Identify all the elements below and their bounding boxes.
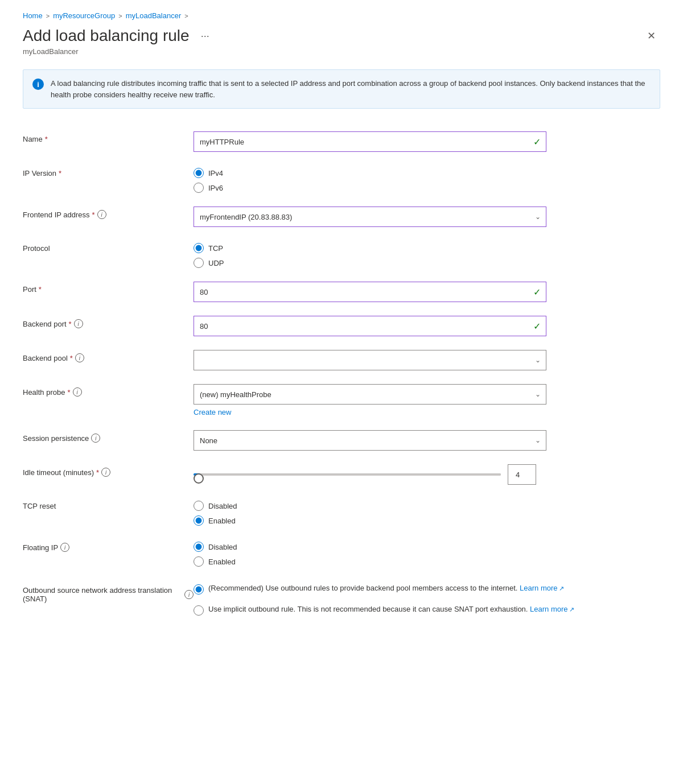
port-required: * bbox=[39, 285, 42, 294]
frontend-ip-info-icon[interactable]: i bbox=[97, 210, 106, 219]
info-icon: i bbox=[32, 79, 44, 90]
snat-recommended-learn-more[interactable]: Learn more↗ bbox=[520, 584, 563, 592]
tcp-reset-control: Disabled Enabled bbox=[194, 498, 660, 526]
idle-timeout-control bbox=[194, 464, 660, 485]
ip-version-ipv4-radio[interactable] bbox=[194, 168, 204, 178]
health-probe-dropdown: (new) myHealthProbe ⌄ bbox=[194, 384, 546, 405]
protocol-udp-option[interactable]: UDP bbox=[194, 258, 660, 268]
port-label: Port * bbox=[23, 282, 194, 294]
idle-timeout-info-icon[interactable]: i bbox=[101, 468, 110, 477]
protocol-tcp-option[interactable]: TCP bbox=[194, 243, 660, 253]
subtitle: myLoadBalancer bbox=[23, 47, 660, 56]
snat-row: Outbound source network address translat… bbox=[23, 573, 660, 622]
ip-version-ipv6-label: IPv6 bbox=[208, 184, 223, 192]
breadcrumb: Home > myResourceGroup > myLoadBalancer … bbox=[23, 11, 660, 20]
backend-pool-select[interactable] bbox=[194, 350, 546, 370]
protocol-tcp-label: TCP bbox=[208, 244, 223, 253]
backend-pool-info-icon[interactable]: i bbox=[75, 353, 84, 362]
tcp-reset-enabled-option[interactable]: Enabled bbox=[194, 515, 660, 526]
ip-version-ipv4-option[interactable]: IPv4 bbox=[194, 168, 660, 178]
protocol-tcp-radio[interactable] bbox=[194, 243, 204, 253]
breadcrumb-sep-3: > bbox=[184, 13, 188, 19]
tcp-reset-label: TCP reset bbox=[23, 498, 194, 510]
name-row: Name * ✓ bbox=[23, 125, 660, 159]
breadcrumb-resource-group[interactable]: myResourceGroup bbox=[53, 11, 115, 20]
snat-recommended-ext-link-icon: ↗ bbox=[559, 585, 564, 592]
breadcrumb-home[interactable]: Home bbox=[23, 11, 43, 20]
tcp-reset-disabled-radio[interactable] bbox=[194, 501, 204, 511]
ip-version-ipv6-option[interactable]: IPv6 bbox=[194, 183, 660, 193]
snat-implicit-learn-more[interactable]: Learn more↗ bbox=[530, 605, 574, 613]
create-new-link[interactable]: Create new bbox=[194, 408, 660, 416]
floating-ip-disabled-radio[interactable] bbox=[194, 542, 204, 552]
backend-port-info-icon[interactable]: i bbox=[74, 319, 83, 328]
snat-control: (Recommended) Use outbound rules to prov… bbox=[194, 583, 660, 616]
health-probe-required: * bbox=[67, 388, 70, 397]
tcp-reset-disabled-option[interactable]: Disabled bbox=[194, 501, 660, 511]
session-persistence-control: None ⌄ bbox=[194, 430, 660, 451]
frontend-ip-control: myFrontendIP (20.83.88.83) ⌄ bbox=[194, 207, 660, 227]
port-input[interactable] bbox=[194, 282, 546, 302]
snat-recommended-text: (Recommended) Use outbound rules to prov… bbox=[208, 583, 564, 594]
idle-timeout-label: Idle timeout (minutes) * i bbox=[23, 464, 194, 477]
floating-ip-enabled-radio[interactable] bbox=[194, 556, 204, 567]
tcp-reset-radio-group: Disabled Enabled bbox=[194, 498, 660, 526]
backend-port-input-wrapper: ✓ bbox=[194, 316, 546, 336]
snat-implicit-radio[interactable] bbox=[194, 605, 204, 616]
session-persistence-row: Session persistence i None ⌄ bbox=[23, 423, 660, 457]
backend-port-row: Backend port * i ✓ bbox=[23, 309, 660, 343]
header-left: Add load balancing rule ··· bbox=[23, 27, 214, 45]
ip-version-required: * bbox=[59, 169, 61, 178]
health-probe-select[interactable]: (new) myHealthProbe bbox=[194, 384, 546, 405]
name-label: Name * bbox=[23, 131, 194, 143]
tcp-reset-enabled-radio[interactable] bbox=[194, 515, 204, 526]
floating-ip-label: Floating IP i bbox=[23, 539, 194, 552]
snat-recommended-option-block: (Recommended) Use outbound rules to prov… bbox=[194, 583, 660, 595]
snat-implicit-option-block: Use implicit outbound rule. This is not … bbox=[194, 604, 660, 616]
protocol-udp-label: UDP bbox=[208, 259, 224, 267]
floating-ip-info-icon[interactable]: i bbox=[60, 543, 69, 552]
breadcrumb-sep-1: > bbox=[46, 13, 50, 19]
name-input[interactable] bbox=[194, 131, 546, 152]
floating-ip-radio-group: Disabled Enabled bbox=[194, 539, 660, 567]
close-button[interactable]: ✕ bbox=[643, 27, 660, 44]
session-persistence-label: Session persistence i bbox=[23, 430, 194, 443]
tcp-reset-row: TCP reset Disabled Enabled bbox=[23, 492, 660, 533]
frontend-ip-select[interactable]: myFrontendIP (20.83.88.83) bbox=[194, 207, 546, 227]
ip-version-ipv6-radio[interactable] bbox=[194, 183, 204, 193]
snat-label: Outbound source network address translat… bbox=[23, 583, 194, 603]
name-check-icon: ✓ bbox=[533, 137, 541, 147]
ip-version-ipv4-label: IPv4 bbox=[208, 169, 223, 178]
session-persistence-select[interactable]: None bbox=[194, 430, 546, 451]
more-options-button[interactable]: ··· bbox=[196, 28, 214, 44]
ip-version-control: IPv4 IPv6 bbox=[194, 166, 660, 193]
snat-recommended-radio[interactable] bbox=[194, 584, 204, 595]
floating-ip-enabled-label: Enabled bbox=[208, 558, 236, 566]
idle-timeout-value-input[interactable] bbox=[508, 464, 536, 485]
session-persistence-dropdown: None ⌄ bbox=[194, 430, 546, 451]
floating-ip-disabled-option[interactable]: Disabled bbox=[194, 542, 660, 552]
header: Add load balancing rule ··· ✕ bbox=[23, 27, 660, 45]
ip-version-label: IP Version * bbox=[23, 166, 194, 178]
tcp-reset-disabled-label: Disabled bbox=[208, 502, 237, 510]
floating-ip-enabled-option[interactable]: Enabled bbox=[194, 556, 660, 567]
name-input-wrapper: ✓ bbox=[194, 131, 546, 152]
idle-timeout-slider[interactable] bbox=[194, 473, 501, 476]
breadcrumb-load-balancer[interactable]: myLoadBalancer bbox=[126, 11, 182, 20]
port-control: ✓ bbox=[194, 282, 660, 302]
snat-info-icon[interactable]: i bbox=[184, 590, 194, 599]
name-control: ✓ bbox=[194, 131, 660, 152]
protocol-control: TCP UDP bbox=[194, 241, 660, 268]
frontend-ip-label: Frontend IP address * i bbox=[23, 207, 194, 219]
snat-implicit-ext-link-icon: ↗ bbox=[569, 606, 574, 613]
floating-ip-disabled-label: Disabled bbox=[208, 543, 237, 551]
ip-version-radio-group: IPv4 IPv6 bbox=[194, 166, 660, 193]
backend-port-input[interactable] bbox=[194, 316, 546, 336]
breadcrumb-sep-2: > bbox=[118, 13, 122, 19]
frontend-ip-required: * bbox=[92, 211, 95, 219]
health-probe-info-icon[interactable]: i bbox=[73, 387, 82, 397]
protocol-label: Protocol bbox=[23, 241, 194, 253]
session-persistence-info-icon[interactable]: i bbox=[91, 434, 100, 443]
protocol-row: Protocol TCP UDP bbox=[23, 234, 660, 275]
protocol-udp-radio[interactable] bbox=[194, 258, 204, 268]
